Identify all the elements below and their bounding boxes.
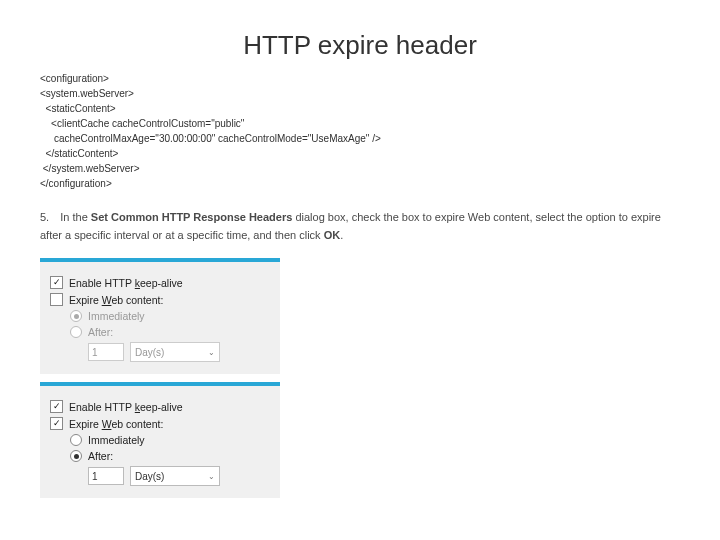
after-inputs-1: 1 Day(s) ⌄ <box>88 342 270 362</box>
dialog-panel-1: Enable HTTP keep-alive Expire Web conten… <box>40 258 280 374</box>
page-title: HTTP expire header <box>40 30 680 61</box>
after-unit-label-2: Day(s) <box>135 471 164 482</box>
immediately-radio-2[interactable] <box>70 434 82 446</box>
after-row-1: After: <box>70 326 270 338</box>
step-text-end: . <box>340 229 343 241</box>
keepalive-row-1: Enable HTTP keep-alive <box>50 276 270 289</box>
after-unit-select-1[interactable]: Day(s) ⌄ <box>130 342 220 362</box>
expire-checkbox-2[interactable] <box>50 417 63 430</box>
after-radio-2[interactable] <box>70 450 82 462</box>
after-unit-select-2[interactable]: Day(s) ⌄ <box>130 466 220 486</box>
after-label-1: After: <box>88 326 113 338</box>
chevron-down-icon: ⌄ <box>208 472 215 481</box>
immediately-row-2: Immediately <box>70 434 270 446</box>
dialog-panel-2: Enable HTTP keep-alive Expire Web conten… <box>40 382 280 498</box>
immediately-radio-1[interactable] <box>70 310 82 322</box>
config-code: <configuration> <system.webServer> <stat… <box>40 71 680 191</box>
immediately-row-1: Immediately <box>70 310 270 322</box>
keepalive-checkbox-2[interactable] <box>50 400 63 413</box>
after-unit-label-1: Day(s) <box>135 347 164 358</box>
after-radio-1[interactable] <box>70 326 82 338</box>
step-bold-2: OK <box>324 229 341 241</box>
expire-checkbox-1[interactable] <box>50 293 63 306</box>
keepalive-checkbox-1[interactable] <box>50 276 63 289</box>
expire-row-2: Expire Web content: <box>50 417 270 430</box>
step-text-pre: In the <box>60 211 91 223</box>
after-row-2: After: <box>70 450 270 462</box>
expire-label-2: Expire Web content: <box>69 418 163 430</box>
step-bold-1: Set Common HTTP Response Headers <box>91 211 293 223</box>
keepalive-label-1: Enable HTTP keep-alive <box>69 277 183 289</box>
immediately-label-1: Immediately <box>88 310 145 322</box>
after-value-input-2[interactable]: 1 <box>88 467 124 485</box>
after-inputs-2: 1 Day(s) ⌄ <box>88 466 270 486</box>
expire-row-1: Expire Web content: <box>50 293 270 306</box>
after-label-2: After: <box>88 450 113 462</box>
immediately-label-2: Immediately <box>88 434 145 446</box>
expire-label-1: Expire Web content: <box>69 294 163 306</box>
keepalive-row-2: Enable HTTP keep-alive <box>50 400 270 413</box>
after-value-input-1[interactable]: 1 <box>88 343 124 361</box>
keepalive-label-2: Enable HTTP keep-alive <box>69 401 183 413</box>
chevron-down-icon: ⌄ <box>208 348 215 357</box>
step-instruction: 5. In the Set Common HTTP Response Heade… <box>40 209 680 244</box>
step-number: 5. <box>40 211 49 223</box>
